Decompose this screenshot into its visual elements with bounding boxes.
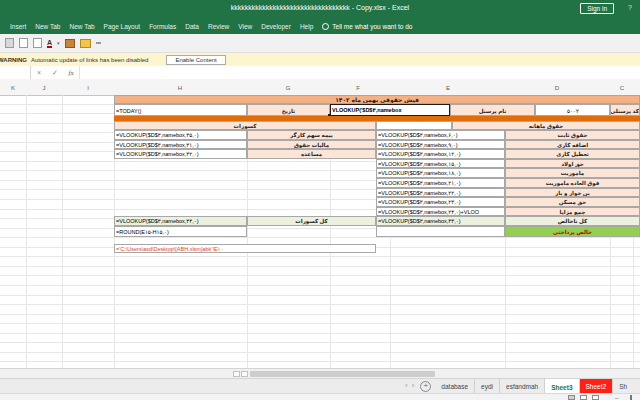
deduction-label-cell[interactable]: بیمه سهم کارگر [247, 130, 376, 140]
deduction-label-cell[interactable]: مالیات حقوق [247, 140, 376, 149]
column-header-k[interactable]: K [11, 85, 15, 91]
sheet-tab-database[interactable]: database [435, 379, 475, 394]
sheet-tab-strip: ‹ › + database eydi esfandmah Sheet3 She… [0, 378, 640, 394]
tab-developer[interactable]: Developer [261, 23, 291, 30]
salary-label-cell[interactable]: حقوق ثابت [505, 130, 640, 140]
open-folder-icon[interactable] [80, 39, 91, 48]
column-header-c[interactable]: C [620, 85, 624, 91]
salary-formula-cell[interactable]: =VLOOKUP($D$۳,namebox,۲۱,۰) [376, 178, 505, 188]
salary-formula-cell[interactable]: =VLOOKUP($D$۳,namebox,۲۲,۰) [376, 188, 505, 197]
salary-formula-cell[interactable]: =VLOOKUP($D$۳,namebox,۱۵,۰) [376, 159, 505, 168]
tab-scroll-left-icon[interactable]: ‹ [403, 379, 410, 394]
tab-review[interactable]: Review [208, 23, 229, 30]
ribbon-options-icon[interactable]: ? [628, 4, 632, 11]
salary-label-cell[interactable]: اضافه کاری [505, 140, 640, 149]
salary-label-cell[interactable]: تعطیل کاری [505, 149, 640, 159]
more-commands-icon[interactable] [96, 42, 101, 44]
empty-cell[interactable] [376, 121, 452, 130]
cancel-icon[interactable]: × [31, 69, 47, 76]
worksheet-grid[interactable]: فیش حقوقی بهمن ماه ۱۴۰۲ =TODAY() تاریخ V… [0, 95, 640, 368]
salary-section-header[interactable]: حقوق ماهانه [452, 121, 640, 130]
deductions-section-header[interactable]: کسورات [114, 121, 376, 130]
sheet-tab-partial[interactable]: Sh [613, 379, 627, 394]
total-deductions-formula-cell[interactable]: =VLOOKUP($D$۳,namebox,۴۴,۰) [114, 216, 247, 226]
gross-formula-cell[interactable]: =VLOOKUP($D$۳,namebox,۳۳,۰) [376, 216, 505, 226]
scrollbar-arrow-icon[interactable] [241, 371, 248, 377]
salary-label-cell[interactable]: حق اولاد [505, 159, 640, 168]
cut-icon[interactable] [19, 38, 28, 48]
zoom-slider[interactable] [630, 395, 632, 400]
selected-cell[interactable]: VLOOKUP('$D$۳,namebox [330, 104, 450, 116]
tab-scroll-right-icon[interactable]: › [410, 379, 417, 394]
column-header-i[interactable]: I [87, 85, 89, 91]
deduction-label-cell[interactable]: مساعده [247, 149, 376, 159]
today-formula-cell[interactable]: =TODAY() [114, 104, 247, 116]
external-link-formula-cell[interactable]: ='C:\Users\asd\Desktop\[ABH.xlsm]abk'!E۱… [114, 244, 376, 253]
enter-icon[interactable]: ✓ [47, 69, 63, 77]
sheet-tab-sheet3-active[interactable]: Sheet3 [545, 379, 579, 394]
name-box[interactable] [0, 66, 31, 79]
column-header-d[interactable]: D [555, 85, 559, 91]
column-header-h[interactable]: H [178, 85, 182, 91]
total-deductions-label-cell[interactable]: کل کسورات [247, 216, 376, 226]
salary-formula-cell[interactable]: =VLOOKUP($D$۳,namebox,۶,۰) [376, 130, 505, 140]
sheet-tab-sheet2[interactable]: Sheet2 [580, 379, 614, 394]
zoom-out-icon[interactable]: – [615, 395, 618, 400]
tab-insert[interactable]: Insert [10, 23, 26, 30]
tab-new-tab-2[interactable]: New Tab [69, 23, 94, 30]
personnel-code-label-cell[interactable]: کد پرسنلی [610, 104, 640, 116]
enable-content-button[interactable]: Enable Content [166, 55, 225, 65]
round-formula-cell[interactable]: =ROUND(E۱۵-H۱۵,۰) [114, 226, 247, 237]
sheet-tab-eydi[interactable]: eydi [475, 379, 500, 394]
salary-label-cell[interactable]: فوق العاده ماموریت [505, 178, 640, 188]
copy-icon[interactable] [33, 38, 42, 48]
tab-view[interactable]: View [238, 23, 252, 30]
salary-formula-cell[interactable]: =VLOOKUP($D$۳,namebox,۲۴,۰)+VLOO [376, 207, 505, 216]
status-bar: – [0, 393, 640, 400]
font-color-icon[interactable]: A [47, 39, 52, 48]
salary-label-cell[interactable]: ماموریت [505, 168, 640, 178]
add-sheet-icon[interactable]: + [420, 381, 431, 392]
salary-label-cell[interactable]: جمع مزایا [505, 207, 640, 216]
tab-page-layout[interactable]: Page Layout [104, 23, 141, 30]
security-warning-bar: WARNING Automatic update of links has be… [0, 53, 640, 67]
tab-help[interactable]: Help [300, 23, 313, 30]
salary-label-cell[interactable]: حق مسکن [505, 197, 640, 207]
page-layout-view-icon[interactable] [580, 395, 587, 400]
scrollbar-thumb[interactable] [250, 371, 435, 377]
deduction-formula-cell[interactable]: =VLOOKUP($D$۳,namebox,۳۱,۰) [114, 140, 247, 149]
insert-function-icon[interactable]: fx [63, 69, 79, 77]
tab-formulas[interactable]: Formulas [149, 23, 176, 30]
formula-input[interactable] [79, 66, 640, 79]
deduction-formula-cell[interactable]: =VLOOKUP($D$۳,namebox,۳۲,۰) [114, 149, 247, 159]
column-header-g[interactable]: G [286, 85, 291, 91]
net-paid-cell[interactable]: خالص پرداختی [505, 226, 640, 237]
personnel-name-label-cell[interactable]: نام پرسنل [450, 104, 535, 116]
page-break-view-icon[interactable] [592, 395, 599, 400]
deduction-formula-cell[interactable]: =VLOOKUP($D$۳,namebox,۳۵,۰) [114, 130, 247, 140]
gridline [62, 95, 63, 368]
normal-view-icon[interactable] [568, 395, 575, 400]
column-header-f[interactable]: F [356, 85, 360, 91]
tab-new-tab-1[interactable]: New Tab [35, 23, 60, 30]
column-header-e[interactable]: E [446, 85, 450, 91]
gross-label-cell[interactable]: کل ناخالص [505, 216, 640, 226]
column-header-j[interactable]: J [43, 85, 46, 91]
clipboard-icon[interactable] [5, 38, 14, 48]
sheet-tab-esfandmah[interactable]: esfandmah [500, 379, 545, 394]
format-painter-icon[interactable] [65, 39, 75, 48]
payslip-title-cell[interactable]: فیش حقوقی بهمن ماه ۱۴۰۲ [114, 95, 640, 104]
date-label-cell[interactable]: تاریخ [247, 104, 330, 116]
salary-formula-cell[interactable]: =VLOOKUP($D$۳,namebox,۹,۰) [376, 140, 505, 149]
sign-in-button[interactable]: Sign in [580, 3, 614, 14]
salary-formula-cell[interactable]: =VLOOKUP($D$۳,namebox,۲۳,۰) [376, 197, 505, 207]
salary-label-cell[interactable]: بن خوار و بار [505, 188, 640, 197]
personnel-code-value-cell[interactable]: ۵۰۰۲ [535, 104, 610, 116]
salary-formula-cell[interactable]: =VLOOKUP($D$۳,namebox,۱۸,۰) [376, 168, 505, 178]
tab-data[interactable]: Data [185, 23, 199, 30]
tell-me-box[interactable]: Tell me what you want to do [322, 23, 412, 30]
salary-formula-cell[interactable]: =VLOOKUP($D$۳,namebox,۱۲,۰) [376, 149, 505, 159]
scrollbar-arrow-icon[interactable] [233, 371, 240, 377]
empty-cell[interactable] [376, 226, 505, 237]
font-color-dropdown-icon[interactable]: ▾ [57, 40, 60, 46]
